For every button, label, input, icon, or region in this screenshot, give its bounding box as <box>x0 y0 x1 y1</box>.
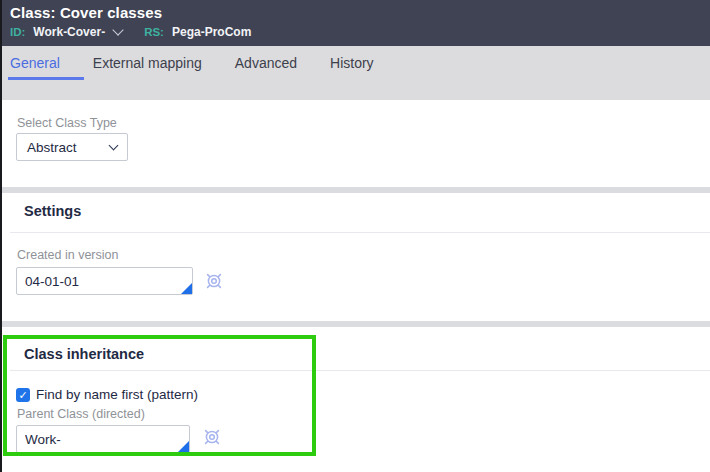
find-by-name-checkbox[interactable]: ✓ <box>16 388 30 402</box>
smart-prompt-triangle-icon[interactable] <box>181 283 192 294</box>
check-icon: ✓ <box>18 389 27 401</box>
tab-advanced[interactable]: Advanced <box>233 46 321 80</box>
rule-header: Class: Cover classes ID: Work-Cover- RS:… <box>0 0 710 46</box>
class-inheritance-section-title: Class inheritance <box>24 346 144 362</box>
class-type-select[interactable]: Abstract <box>16 133 128 161</box>
tab-general[interactable]: General <box>8 46 84 80</box>
gear-icon[interactable] <box>202 427 222 447</box>
settings-section-title: Settings <box>24 203 81 219</box>
section-separator <box>0 187 710 193</box>
smart-prompt-triangle-icon[interactable] <box>178 441 189 452</box>
tab-history[interactable]: History <box>328 46 398 80</box>
general-tab-content: Select Class Type Abstract Settings Crea… <box>0 100 710 472</box>
gear-icon[interactable] <box>204 271 224 291</box>
divider <box>10 370 710 371</box>
chevron-down-icon <box>109 141 119 151</box>
section-separator <box>0 321 710 327</box>
class-type-value: Abstract <box>27 140 110 155</box>
page-title: Class: Cover classes <box>10 4 162 21</box>
parent-class-label: Parent Class (directed) <box>17 407 145 421</box>
chevron-down-icon[interactable] <box>112 24 123 35</box>
rs-label: RS: <box>144 26 164 38</box>
created-in-version-input[interactable] <box>16 267 193 295</box>
tab-bar: General External mapping Advanced Histor… <box>0 46 710 100</box>
rule-meta-row: ID: Work-Cover- RS: Pega-ProCom <box>10 25 251 39</box>
parent-class-input[interactable] <box>16 425 190 453</box>
divider <box>10 232 710 233</box>
created-in-version-label: Created in version <box>17 248 118 262</box>
id-value[interactable]: Work-Cover- <box>33 25 105 39</box>
tabs: General External mapping Advanced Histor… <box>0 46 710 80</box>
ruleset-group: RS: Pega-ProCom <box>144 25 251 39</box>
class-type-label: Select Class Type <box>17 116 117 130</box>
id-label: ID: <box>10 26 25 38</box>
find-by-name-label[interactable]: Find by name first (pattern) <box>36 387 198 402</box>
tab-external-mapping[interactable]: External mapping <box>91 46 226 80</box>
window-left-edge <box>0 0 2 472</box>
rs-value: Pega-ProCom <box>172 25 251 39</box>
